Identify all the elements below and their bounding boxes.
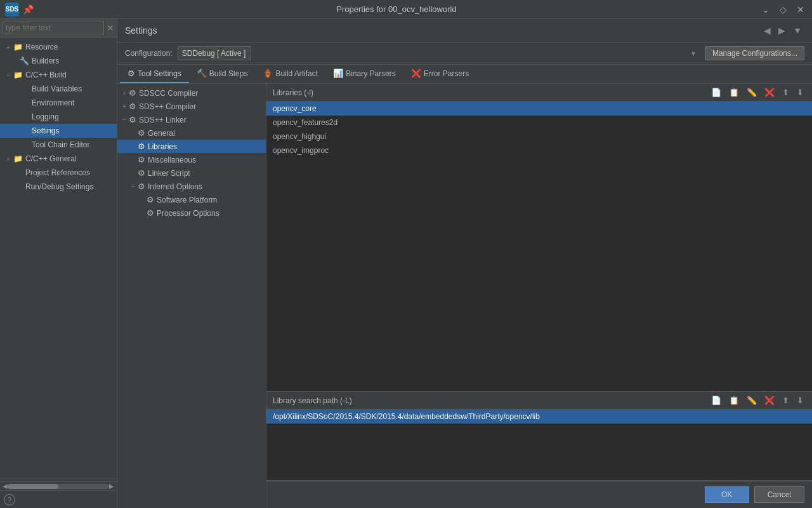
manage-configurations-btn[interactable]: Manage Configurations... [705,46,804,60]
tree-item-run-debug[interactable]: Run/Debug Settings [0,180,117,194]
tool-tree-item-misc[interactable]: ⚙ Miscellaneous [117,153,266,166]
tool-tree-item-linker-script[interactable]: ⚙ Linker Script [117,166,266,180]
tree-item-project-refs[interactable]: Project References [0,166,117,180]
cancel-button[interactable]: Cancel [754,486,804,503]
help-button[interactable]: ? [4,494,15,505]
pin-icon[interactable]: 📌 [23,4,34,15]
lib-item-opencv-features2d[interactable]: opencv_features2d [266,116,812,130]
close-btn[interactable]: ✕ [794,3,807,16]
sdscc-label: SDSCC Compiler [139,89,198,98]
lib-edit-btn[interactable]: ✏️ [745,87,759,98]
tree-item-toolchain-editor[interactable]: Tool Chain Editor [0,138,117,152]
build-steps-tab-icon: 🔨 [197,69,207,78]
tool-tree-item-general[interactable]: ⚙ General [117,126,266,140]
lib-copy-btn[interactable]: 📋 [727,87,741,98]
expander-settings [10,128,19,135]
tree-item-cpp-general[interactable]: + 📁 C/C++ General [0,152,117,166]
resource-label: Resource [25,43,58,51]
horizontal-scrollbar[interactable]: ◀ ▶ [0,481,117,490]
tool-tree-item-inferred[interactable]: − ⚙ Inferred Options [117,180,266,193]
tool-tree-item-software-platform[interactable]: ⚙ Software Platform [117,193,266,206]
nav-back-btn[interactable]: ◀ [761,24,773,37]
toolchain-icon [19,140,29,150]
expander-libraries [129,143,138,150]
build-steps-tab-label: Build Steps [209,69,248,78]
lib-item-opencv-core[interactable]: opencv_core [266,102,812,116]
lib-up-btn[interactable]: ⬆ [780,87,791,98]
tab-tool-settings[interactable]: ⚙ Tool Settings [120,65,189,83]
lib-path-down-btn[interactable]: ⬇ [795,395,806,406]
tool-tree-item-libraries[interactable]: ⚙ Libraries [117,140,266,153]
scroll-right-arrow[interactable]: ▶ [109,483,114,490]
filter-clear-btn[interactable]: ✕ [107,23,114,33]
ok-button[interactable]: OK [705,486,749,503]
lib-path-up-btn[interactable]: ⬆ [780,395,791,406]
libraries-header: Libraries (-l) 📄 📋 ✏️ ❌ ⬆ ⬇ [266,84,812,102]
tool-tree-item-sdscc[interactable]: + ⚙ SDSCC Compiler [117,86,266,100]
tool-tree-item-sdspp-linker[interactable]: − ⚙ SDS++ Linker [117,113,266,126]
linker-script-label: Linker Script [148,169,190,178]
config-select-arrow-icon: ▼ [690,50,697,57]
tool-tree-item-processor-options[interactable]: ⚙ Processor Options [117,206,266,220]
minimize-btn[interactable]: ⌄ [759,3,772,16]
window-controls: ⌄ ◇ ✕ [759,3,807,16]
expander-software-platform [138,196,147,203]
misc-label: Miscellaneous [148,156,196,164]
tree-item-logging[interactable]: Logging [0,110,117,124]
tree-item-environment[interactable]: Environment [0,96,117,110]
config-label: Configuration: [125,49,173,58]
config-select[interactable]: SDDebug [ Active ] [178,46,251,60]
expander-cpp-build: − [4,72,13,79]
lib-path-delete-btn[interactable]: ❌ [763,395,776,406]
lib-down-btn[interactable]: ⬇ [795,87,806,98]
logging-icon [19,112,29,122]
filter-input[interactable] [3,22,104,34]
builders-icon: 🔧 [19,56,29,66]
lib-add-btn[interactable]: 📄 [709,87,723,98]
settings-icon [19,126,29,136]
cpp-general-icon: 📁 [13,154,23,164]
lib-path-add-btn[interactable]: 📄 [709,395,723,406]
cpp-build-label: C/C++ Build [25,70,67,79]
expander-project-refs [4,170,13,177]
tool-tree-item-sdspp-compiler[interactable]: + ⚙ SDS++ Compiler [117,100,266,113]
tree-item-builders[interactable]: 🔧 Builders [0,54,117,68]
lib-item-opencv-imgproc[interactable]: opencv_imgproc [266,144,812,157]
nav-forward-btn[interactable]: ▶ [776,24,788,37]
expander-logging [10,114,19,121]
libraries-section: Libraries (-l) 📄 📋 ✏️ ❌ ⬆ ⬇ opencv_core [266,84,812,392]
lib-path-item-opencv[interactable]: /opt/Xilinx/SDSoC/2015.4/SDK/2015.4/data… [266,410,812,424]
builders-label: Builders [32,57,59,65]
sdspp-linker-label: SDS++ Linker [139,116,187,124]
nav-dropdown-btn[interactable]: ▼ [790,24,804,37]
lib-item-opencv-core-label: opencv_core [273,104,317,113]
lib-path-copy-btn[interactable]: 📋 [727,395,741,406]
tab-build-steps[interactable]: 🔨 Build Steps [189,65,256,83]
restore-btn[interactable]: ◇ [777,3,789,16]
scroll-left-arrow[interactable]: ◀ [3,483,8,490]
lib-delete-btn[interactable]: ❌ [763,87,776,98]
tree-item-build-vars[interactable]: Build Variables [0,82,117,96]
tab-binary-parsers[interactable]: 📊 Binary Parsers [325,65,403,83]
build-artifact-tab-label: Build Artifact [275,69,318,78]
expander-toolchain [10,142,19,149]
run-debug-label: Run/Debug Settings [25,182,93,191]
tree-item-resource[interactable]: + 📁 Resource [0,40,117,54]
tab-build-artifact[interactable]: 🏺 Build Artifact [255,65,325,83]
linker-script-gear-icon: ⚙ [138,168,145,178]
lib-path-edit-btn[interactable]: ✏️ [745,395,759,406]
left-tree: + 📁 Resource 🔧 Builders − 📁 C/C++ Build … [0,37,117,481]
lib-item-opencv-highgui[interactable]: opencv_highgui [266,130,812,144]
expander-linker-script [129,170,138,177]
tab-error-parsers[interactable]: ❌ Error Parsers [403,65,476,83]
tree-item-cpp-build[interactable]: − 📁 C/C++ Build [0,68,117,82]
error-parsers-tab-icon: ❌ [411,69,421,78]
lib-path-action-buttons: 📄 📋 ✏️ ❌ ⬆ ⬇ [709,395,806,406]
config-row: Configuration: SDDebug [ Active ] ▼ Mana… [117,43,812,65]
libraries-gear-icon: ⚙ [138,142,145,151]
logging-label: Logging [32,112,59,121]
lib-path-section: Library search path (-L) 📄 📋 ✏️ ❌ ⬆ ⬇ / [266,392,812,481]
expander-run-debug [4,184,13,190]
tree-item-settings[interactable]: Settings [0,124,117,138]
config-select-wrap: SDDebug [ Active ] ▼ [178,46,700,60]
